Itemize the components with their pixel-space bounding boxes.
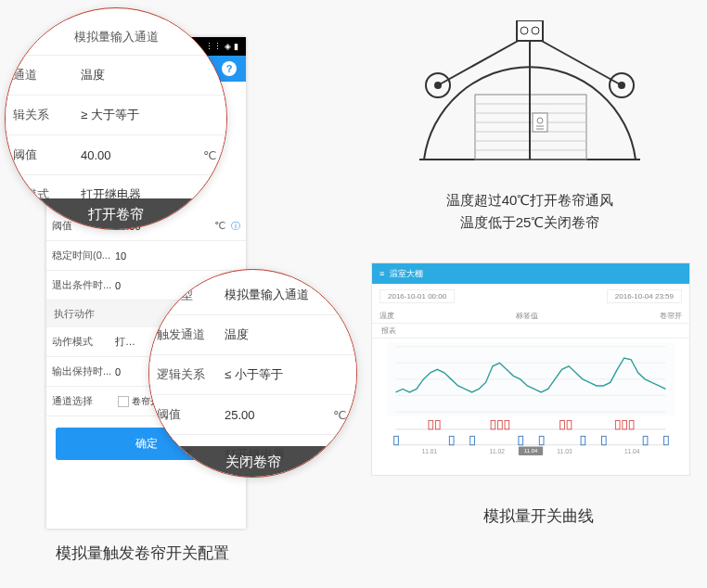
svg-rect-31	[491, 420, 495, 428]
svg-rect-36	[615, 420, 620, 428]
svg-rect-45	[581, 436, 585, 444]
chart-caption: 模拟量开关曲线	[431, 505, 645, 527]
close-shutter-lens: 源类型模拟量输入通道 触发通道温度 逻辑关系≤ 小于等于 阈值25.00℃ 作模…	[148, 269, 357, 478]
svg-rect-33	[505, 420, 509, 428]
svg-text:11.02: 11.02	[489, 448, 505, 454]
chart-body[interactable]: 11.0111.0211.0311.0411.04	[372, 339, 689, 459]
filter-temp[interactable]: 温度	[379, 311, 394, 321]
channel-row[interactable]: 通道温度	[6, 56, 226, 96]
date-end[interactable]: 2016-10-04 23:59	[607, 289, 682, 303]
open-shutter-lens: 模拟量输入通道 通道温度 辑关系≥ 大于等于 阈值40.00℃ 作模式打开继电器…	[5, 7, 227, 230]
chart-filter-row: 温度 标签值 卷帘开	[372, 309, 689, 324]
greenhouse-caption: 温度超过40℃打开卷帘通风 温度低于25℃关闭卷帘	[401, 189, 659, 234]
logic-row[interactable]: 逻辑关系≤ 小于等于	[149, 355, 356, 395]
menu-icon[interactable]: ≡	[379, 269, 384, 278]
svg-rect-42	[470, 436, 475, 444]
filter-relay[interactable]: 卷帘开	[660, 311, 682, 321]
info-icon[interactable]: ⓘ	[231, 220, 246, 233]
svg-rect-46	[601, 436, 606, 444]
svg-rect-47	[643, 436, 648, 444]
svg-text:11.03: 11.03	[557, 448, 572, 454]
checkbox-open[interactable]	[118, 396, 129, 407]
threshold-row[interactable]: 阈值40.00℃	[6, 135, 226, 175]
svg-text:11.04: 11.04	[524, 448, 537, 454]
help-icon[interactable]: ?	[222, 61, 237, 76]
svg-rect-29	[429, 420, 433, 428]
threshold-row[interactable]: 阈值25.00℃	[149, 395, 356, 435]
svg-text:11.01: 11.01	[422, 448, 438, 454]
svg-rect-40	[394, 436, 399, 444]
signal-icon: ⋮⋮	[205, 42, 222, 51]
greenhouse-svg	[401, 20, 659, 178]
chart-header: ≡ 温室大棚	[372, 263, 689, 284]
svg-rect-35	[567, 420, 572, 428]
svg-rect-30	[435, 420, 440, 428]
svg-rect-43	[519, 436, 523, 444]
channel-row[interactable]: 触发通道温度	[149, 315, 356, 355]
chart-date-controls: 2016-10-01 00:00 2016-10-04 23:59	[372, 284, 689, 309]
greenhouse-diagram: 温度超过40℃打开卷帘通风 温度低于25℃关闭卷帘	[401, 20, 659, 234]
logic-row[interactable]: 辑关系≥ 大于等于	[6, 96, 226, 135]
svg-text:11.04: 11.04	[624, 448, 640, 454]
main-caption: 模拟量触发卷帘开关配置	[56, 543, 229, 564]
stable-time-row[interactable]: 稳定时间(0... 10	[46, 241, 246, 271]
analog-chart-panel: ≡ 温室大棚 2016-10-01 00:00 2016-10-04 23:59…	[371, 262, 690, 476]
svg-rect-32	[498, 420, 503, 428]
svg-rect-34	[560, 420, 565, 428]
svg-rect-44	[539, 436, 544, 444]
svg-rect-41	[449, 436, 454, 444]
svg-rect-48	[664, 436, 669, 444]
wifi-icon: ◈	[225, 42, 231, 51]
svg-rect-38	[629, 420, 634, 428]
battery-icon: ▮	[234, 42, 238, 51]
date-start[interactable]: 2016-10-01 00:00	[379, 289, 455, 303]
svg-rect-37	[623, 420, 627, 428]
